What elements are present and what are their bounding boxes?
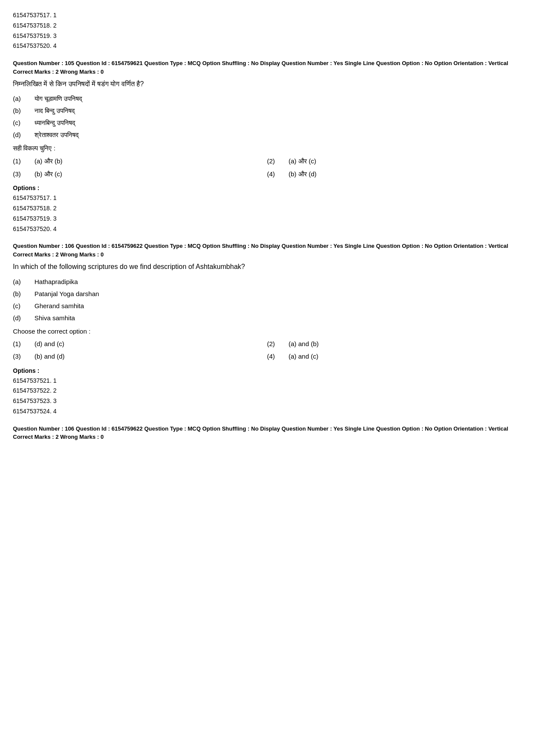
answer-106a-val-4: (a) and (c) [289,351,318,362]
option-106a-value-a: Hathapradipika [34,277,78,287]
option-105-d: (d) श्रेताश्वतर उपनिषद् [13,130,521,140]
q106a-opt-id-2: 61547537522. 2 [13,386,521,396]
option-label-a: (a) [13,94,34,104]
answer-val-3: (b) और (c) [34,169,62,180]
question-106b-marks: Correct Marks : 2 Wrong Marks : 0 [13,434,521,440]
answer-106a-num-3: (3) [13,351,34,362]
option-label-b: (b) [13,106,34,116]
option-value-d: श्रेताश्वतर उपनिषद् [34,130,79,140]
answer-num-1: (1) [13,156,34,167]
question-105-marks: Correct Marks : 2 Wrong Marks : 0 [13,69,521,75]
option-106a-label-d: (d) [13,313,34,323]
top-option-3: 61547537519. 3 [13,31,521,41]
q106a-opt-id-3: 61547537523. 3 [13,396,521,406]
question-105-options-header: Options : [13,184,521,191]
top-option-1: 61547537517. 1 [13,10,521,21]
answer-106a-2: (2) (a) and (b) [267,338,521,350]
option-value-b: नाद बिन्दु उपनिषद् [34,106,75,116]
option-106a-label-a: (a) [13,277,34,287]
answer-106a-num-1: (1) [13,338,34,350]
question-106a-option-ids: 61547537521. 1 61547537522. 2 6154753752… [13,376,521,417]
answer-val-1: (a) और (b) [34,156,62,167]
option-label-c: (c) [13,118,34,128]
q105-opt-id-2: 61547537518. 2 [13,203,521,214]
top-option-4: 61547537520. 4 [13,41,521,51]
answer-106a-4: (4) (a) and (c) [267,351,521,362]
question-105-text: निम्नलिखित में से किन उपनिषदों में षडंग … [13,78,521,90]
option-105-a: (a) योग चूडामणि उपनिषद् [13,94,521,104]
question-106b-block: Question Number : 106 Question Id : 6154… [13,425,521,440]
question-106a-answers: (1) (d) and (c) (2) (a) and (b) (3) (b) … [13,338,521,362]
question-106b-meta: Question Number : 106 Question Id : 6154… [13,425,521,433]
answer-106a-3: (3) (b) and (d) [13,351,267,362]
answer-106a-num-2: (2) [267,338,289,350]
question-106a-block: Question Number : 106 Question Id : 6154… [13,242,521,416]
answer-106a-val-1: (d) and (c) [34,338,64,350]
answer-105-2: (2) (a) और (c) [267,156,521,167]
answer-105-3: (3) (b) और (c) [13,169,267,180]
option-106a-a: (a) Hathapradipika [13,277,521,287]
answer-106a-num-4: (4) [267,351,289,362]
answer-105-4: (4) (b) और (d) [267,169,521,180]
answer-num-2: (2) [267,156,289,167]
question-106a-options-header: Options : [13,367,521,374]
question-105-answers: (1) (a) और (b) (2) (a) और (c) (3) (b) और… [13,156,521,179]
question-106a-meta: Question Number : 106 Question Id : 6154… [13,242,521,250]
option-106a-value-d: Shiva samhita [34,313,75,323]
question-106a-choose: Choose the correct option : [13,328,521,335]
question-106a-marks: Correct Marks : 2 Wrong Marks : 0 [13,251,521,258]
option-106a-b: (b) Patanjal Yoga darshan [13,289,521,299]
option-105-c: (c) ध्यानबिन्दु उपनिषद् [13,118,521,128]
q105-opt-id-1: 61547537517. 1 [13,193,521,203]
answer-val-4: (b) और (d) [289,169,317,180]
option-106a-label-b: (b) [13,289,34,299]
option-106a-label-c: (c) [13,301,34,311]
q105-opt-id-3: 61547537519. 3 [13,214,521,224]
answer-105-1: (1) (a) और (b) [13,156,267,167]
option-106a-value-b: Patanjal Yoga darshan [34,289,99,299]
question-105-options: (a) योग चूडामणि उपनिषद् (b) नाद बिन्दु उ… [13,94,521,140]
question-106a-text: In which of the following scriptures do … [13,261,521,272]
top-options-section: 61547537517. 1 61547537518. 2 6154753751… [13,10,521,51]
question-105-choose: सही विकल्प चुनिए : [13,144,521,152]
q106a-opt-id-4: 61547537524. 4 [13,406,521,417]
option-105-b: (b) नाद बिन्दु उपनिषद् [13,106,521,116]
top-option-2: 61547537518. 2 [13,21,521,31]
answer-106a-val-3: (b) and (d) [34,351,65,362]
question-106a-options: (a) Hathapradipika (b) Patanjal Yoga dar… [13,277,521,323]
answer-106a-1: (1) (d) and (c) [13,338,267,350]
question-105-block: Question Number : 105 Question Id : 6154… [13,59,521,234]
option-value-a: योग चूडामणि उपनिषद् [34,94,82,104]
option-label-d: (d) [13,130,34,140]
option-106a-d: (d) Shiva samhita [13,313,521,323]
q105-opt-id-4: 61547537520. 4 [13,224,521,234]
option-value-c: ध्यानबिन्दु उपनिषद् [34,118,75,128]
question-105-option-ids: 61547537517. 1 61547537518. 2 6154753751… [13,193,521,234]
answer-num-3: (3) [13,169,34,180]
question-105-meta: Question Number : 105 Question Id : 6154… [13,59,521,68]
option-106a-c: (c) Gherand samhita [13,301,521,311]
answer-num-4: (4) [267,169,289,180]
option-106a-value-c: Gherand samhita [34,301,84,311]
q106a-opt-id-1: 61547537521. 1 [13,376,521,386]
answer-106a-val-2: (a) and (b) [289,338,319,350]
answer-val-2: (a) और (c) [289,156,316,167]
